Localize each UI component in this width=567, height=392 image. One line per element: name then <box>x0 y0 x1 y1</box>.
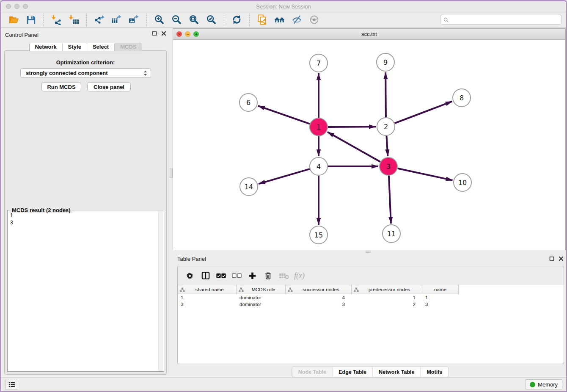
network-graph[interactable]: 7968124314101511 <box>173 39 565 250</box>
graph-edge-3-1[interactable] <box>328 132 380 162</box>
table-cell[interactable]: 1 <box>422 295 458 300</box>
table-cell[interactable]: 1 <box>178 295 237 300</box>
close-panel-icon[interactable] <box>161 30 166 36</box>
graph-edge-2-8[interactable] <box>395 102 452 124</box>
column-header-name[interactable]: name <box>422 285 458 294</box>
close-panel-button[interactable]: Close panel <box>87 82 131 91</box>
tab-mcds[interactable]: MCDS <box>114 43 142 51</box>
close-table-panel-icon[interactable] <box>558 256 564 261</box>
graph-node-4[interactable]: 4 <box>310 157 328 175</box>
column-header-successor-nodes[interactable]: successor nodes <box>286 285 352 294</box>
zoom-out-icon[interactable] <box>170 14 183 26</box>
tab-edge-table[interactable]: Edge Table <box>332 367 372 377</box>
float-table-panel-icon[interactable] <box>549 256 554 261</box>
copy-network-icon[interactable] <box>256 14 269 26</box>
export-network-icon[interactable] <box>93 14 106 26</box>
table-settings-gear-icon[interactable] <box>182 269 198 282</box>
graph-node-1[interactable]: 1 <box>310 118 328 136</box>
maximize-traffic-light[interactable] <box>23 4 28 9</box>
run-mcds-button[interactable]: Run MCDS <box>41 82 81 91</box>
eye-icon[interactable] <box>308 14 321 26</box>
graph-node-2[interactable]: 2 <box>377 118 395 135</box>
table-cell[interactable]: 1 <box>352 295 422 300</box>
tab-network-table[interactable]: Network Table <box>372 367 421 377</box>
column-header-predecessor-nodes[interactable]: predecessor nodes <box>352 285 422 294</box>
search-input[interactable] <box>451 17 559 23</box>
window-titlebar: Session: New Session <box>1 1 566 12</box>
zoom-window-icon[interactable] <box>193 31 199 37</box>
minimize-window-icon[interactable] <box>185 31 190 37</box>
graph-node-8[interactable]: 8 <box>453 89 471 107</box>
float-panel-icon[interactable] <box>151 30 157 36</box>
graph-node-11[interactable]: 11 <box>383 225 400 243</box>
split-pane-handle-horizontal[interactable] <box>366 251 371 253</box>
table-cell[interactable]: 2 <box>352 302 422 307</box>
delete-row-icon[interactable] <box>260 269 276 282</box>
graph-edge-4-14[interactable] <box>259 169 310 184</box>
table-row[interactable]: 3dominator323 <box>178 301 564 308</box>
network-canvas[interactable]: 7968124314101511 <box>173 39 565 250</box>
graph-node-3[interactable]: 3 <box>380 157 397 175</box>
table-cell[interactable]: 3 <box>422 302 458 307</box>
column-header-MCDS-role[interactable]: MCDS role <box>237 285 286 294</box>
graph-edge-2-3[interactable] <box>386 136 388 156</box>
result-scrollbar[interactable] <box>158 211 163 371</box>
eye-slash-icon[interactable] <box>290 14 303 26</box>
graph-edge-1-6[interactable] <box>258 106 310 124</box>
optimization-criterion-dropdown[interactable]: strongly connected component <box>20 68 151 78</box>
graph-edge-1-2[interactable] <box>328 127 376 127</box>
open-file-icon[interactable] <box>7 14 20 26</box>
function-builder-icon: f(x) <box>292 269 307 282</box>
graph-node-14[interactable]: 14 <box>240 178 258 196</box>
table-cell[interactable]: 3 <box>286 302 352 307</box>
graph-node-6[interactable]: 6 <box>239 94 257 111</box>
save-session-icon[interactable] <box>25 14 38 26</box>
deselect-all-icon[interactable] <box>229 269 245 282</box>
column-header-shared-name[interactable]: shared name <box>178 285 237 294</box>
graph-edge-3-10[interactable] <box>398 168 453 180</box>
export-table-icon[interactable] <box>110 14 123 26</box>
tab-node-table[interactable]: Node Table <box>292 367 332 377</box>
mcds-result-textarea[interactable]: MCDS result (2 nodes) 13 <box>7 210 164 372</box>
toolbar-group-separator <box>146 14 147 26</box>
import-table-icon[interactable] <box>67 14 80 26</box>
graph-edge-2-9[interactable] <box>385 72 386 117</box>
table-cell[interactable]: 3 <box>178 302 237 307</box>
zoom-selected-icon[interactable] <box>205 14 218 26</box>
task-history-button[interactable] <box>5 380 18 389</box>
svg-text:15: 15 <box>314 231 323 239</box>
import-network-icon[interactable] <box>50 14 63 26</box>
zoom-in-icon[interactable] <box>153 14 166 26</box>
close-traffic-light[interactable] <box>6 4 11 9</box>
close-window-icon[interactable] <box>176 31 182 37</box>
tab-select[interactable]: Select <box>87 43 114 51</box>
graph-node-7[interactable]: 7 <box>310 54 328 72</box>
graph-node-15[interactable]: 15 <box>310 226 328 244</box>
homes-icon[interactable] <box>273 14 286 26</box>
tab-motifs[interactable]: Motifs <box>420 367 448 377</box>
graph-node-9[interactable]: 9 <box>377 53 394 71</box>
memory-button[interactable]: Memory <box>525 379 562 389</box>
table-cell[interactable]: dominator <box>237 302 286 307</box>
refresh-view-icon[interactable] <box>230 14 243 26</box>
export-image-icon[interactable] <box>127 14 140 26</box>
add-row-icon[interactable] <box>245 269 260 282</box>
control-panel: Control Panel NetworkStyleSelectMCDS Opt… <box>1 28 171 379</box>
memory-label: Memory <box>538 381 558 388</box>
graph-node-10[interactable]: 10 <box>454 174 471 191</box>
tab-network[interactable]: Network <box>30 43 62 51</box>
table-row[interactable]: 1dominator411 <box>178 294 564 301</box>
table-toolbar: f(x) <box>178 266 564 285</box>
toggle-columns-icon[interactable] <box>198 269 213 282</box>
zoom-fit-icon[interactable] <box>187 14 201 26</box>
table-cell[interactable]: dominator <box>237 295 286 300</box>
table-cell[interactable]: 4 <box>286 295 352 300</box>
split-pane-handle-vertical[interactable] <box>170 168 173 178</box>
select-all-icon[interactable] <box>213 269 229 282</box>
table-type-tabs: Node TableEdge TableNetwork TableMotifs <box>292 367 449 377</box>
graph-edge-3-11[interactable] <box>389 176 391 224</box>
minimize-traffic-light[interactable] <box>14 4 19 9</box>
tab-style[interactable]: Style <box>62 43 87 51</box>
search-box[interactable] <box>440 15 562 25</box>
network-window-titlebar[interactable]: scc.txt <box>173 29 565 40</box>
